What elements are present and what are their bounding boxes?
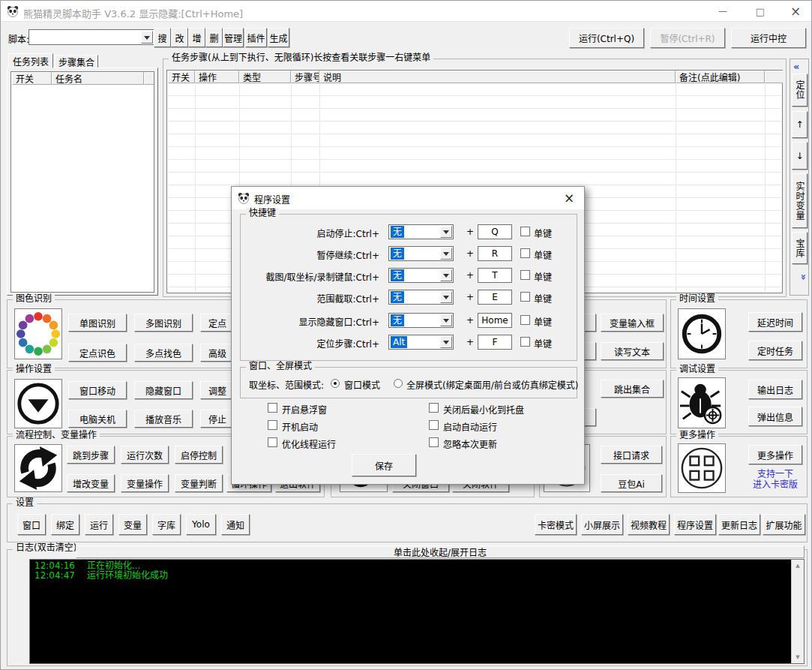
single-key-checkbox[interactable] bbox=[520, 315, 530, 325]
variable-judge-button[interactable]: 变量判断 bbox=[175, 474, 223, 492]
run-control-button[interactable]: 运行中控 bbox=[731, 28, 806, 48]
program-settings-button[interactable]: 程序设置 bbox=[674, 514, 716, 535]
search-button[interactable]: 搜 bbox=[154, 28, 171, 47]
single-key-checkbox[interactable] bbox=[520, 337, 530, 347]
api-request-button[interactable]: 接口请求 bbox=[601, 446, 662, 464]
realtime-vars-button[interactable]: 实时变量 bbox=[792, 173, 808, 228]
step-col-type[interactable]: 类型 bbox=[239, 71, 291, 83]
log-toggle-strip[interactable]: 单击此处收起/展开日志 bbox=[76, 545, 805, 558]
modifier-combo[interactable]: 无 bbox=[388, 268, 454, 283]
step-col-desc[interactable]: 说明 bbox=[319, 71, 676, 83]
pc-shutdown-button[interactable]: 电脑关机 bbox=[68, 410, 127, 428]
support-link-line1[interactable]: 支持一下 bbox=[745, 469, 805, 479]
maximize-icon[interactable]: □ bbox=[746, 1, 775, 22]
single-key-checkbox[interactable] bbox=[520, 248, 530, 258]
modifier-combo[interactable]: 无 bbox=[388, 290, 454, 305]
step-col-switch[interactable]: 开关 bbox=[168, 71, 195, 83]
doubao-ai-button[interactable]: 豆包Ai bbox=[601, 474, 662, 492]
close-icon[interactable]: × bbox=[781, 1, 811, 22]
modifier-combo[interactable]: 无 bbox=[388, 246, 454, 261]
minimize-to-tray-checkbox[interactable] bbox=[429, 403, 439, 413]
ignore-update-checkbox[interactable] bbox=[429, 437, 439, 447]
single-image-recognize-button[interactable]: 单图识别 bbox=[68, 314, 127, 332]
single-key-checkbox[interactable] bbox=[520, 270, 530, 280]
fullscreen-mode-radio[interactable] bbox=[394, 379, 403, 388]
combo-dropdown-icon[interactable] bbox=[440, 226, 452, 238]
combo-dropdown-icon[interactable] bbox=[440, 336, 452, 348]
modify-button[interactable]: 改 bbox=[171, 28, 188, 47]
output-log-button[interactable]: 输出日志 bbox=[748, 380, 802, 399]
card-mode-button[interactable]: 卡密模式 bbox=[535, 514, 577, 535]
delete-button[interactable]: 删 bbox=[205, 28, 223, 47]
floating-window-checkbox[interactable] bbox=[268, 403, 277, 413]
step-col-step-no[interactable]: 步骤号 bbox=[291, 71, 319, 83]
yolo-button[interactable]: Yolo bbox=[186, 514, 216, 535]
modifier-combo[interactable]: Alt bbox=[388, 335, 454, 350]
read-write-text-button[interactable]: 读写文本 bbox=[601, 342, 664, 360]
manage-button[interactable]: 管理 bbox=[223, 28, 244, 47]
delay-time-button[interactable]: 延迟时间 bbox=[748, 312, 802, 332]
optimize-thread-checkbox[interactable] bbox=[268, 437, 277, 447]
notify-button[interactable]: 通知 bbox=[221, 514, 250, 535]
log-box[interactable]: 12:04:16正在初始化... 12:04:47运行环境初始化成功 bbox=[29, 559, 805, 664]
dialog-close-icon[interactable]: × bbox=[559, 188, 580, 208]
popup-info-button[interactable]: 弹出信息 bbox=[748, 407, 802, 426]
support-link[interactable]: 支持一下 进入卡密版 bbox=[745, 469, 805, 490]
modifier-combo[interactable]: 无 bbox=[388, 224, 454, 239]
save-button[interactable]: 保存 bbox=[352, 454, 416, 476]
exit-set-button[interactable]: 跳出集合 bbox=[601, 380, 664, 398]
collapse-panel-icon[interactable]: « bbox=[793, 61, 807, 71]
key-field[interactable]: Q bbox=[478, 224, 512, 239]
add-button[interactable]: 增 bbox=[188, 28, 205, 47]
log-scrollbar[interactable] bbox=[791, 560, 804, 663]
move-down-button[interactable]: ↓ bbox=[792, 142, 808, 170]
scroll-down-icon[interactable] bbox=[792, 651, 804, 663]
combo-dropdown-icon[interactable] bbox=[440, 314, 452, 326]
support-link-line2[interactable]: 进入卡密版 bbox=[745, 479, 805, 490]
treasury-button[interactable]: 宝库 bbox=[792, 232, 808, 264]
more-actions-button[interactable]: 更多操作 bbox=[748, 445, 802, 464]
start-stop-control-button[interactable]: 启停控制 bbox=[175, 446, 223, 464]
combo-dropdown-icon[interactable] bbox=[440, 269, 452, 281]
play-music-button[interactable]: 播放音乐 bbox=[134, 410, 193, 428]
fixed-point-color-button[interactable]: 定点识色 bbox=[68, 344, 127, 362]
run-button[interactable]: 运行(Ctrl+Q) bbox=[569, 28, 644, 48]
window-mode-radio[interactable] bbox=[331, 379, 340, 388]
video-tutorial-button[interactable]: 视频教程 bbox=[628, 514, 670, 535]
plugin-button[interactable]: 插件 bbox=[245, 28, 267, 47]
step-col-action[interactable]: 操作 bbox=[195, 71, 239, 83]
scheduled-task-button[interactable]: 定时任务 bbox=[748, 341, 802, 360]
key-field[interactable]: F bbox=[478, 335, 512, 350]
auto-run-checkbox[interactable] bbox=[429, 420, 439, 430]
key-field[interactable]: Home bbox=[478, 313, 512, 328]
multi-image-recognize-button[interactable]: 多图识别 bbox=[134, 314, 193, 332]
key-field[interactable]: R bbox=[478, 246, 512, 261]
auto-start-checkbox[interactable] bbox=[268, 420, 277, 430]
variable-op-button[interactable]: 变量操作 bbox=[121, 474, 169, 492]
combo-dropdown-icon[interactable] bbox=[141, 31, 153, 44]
tab-task-list[interactable]: 任务列表 bbox=[8, 53, 53, 68]
combo-dropdown-icon[interactable] bbox=[440, 248, 452, 260]
combo-dropdown-icon[interactable] bbox=[440, 291, 452, 303]
hide-window-button[interactable]: 隐藏窗口 bbox=[134, 381, 193, 399]
key-field[interactable]: E bbox=[478, 290, 512, 305]
pause-button[interactable]: 暂停(Ctrl+R) bbox=[650, 28, 725, 48]
task-col-name[interactable]: 任务名 bbox=[52, 72, 144, 85]
font-lib-button[interactable]: 字库 bbox=[152, 514, 181, 535]
scroll-up-icon[interactable] bbox=[792, 560, 804, 572]
script-combobox[interactable] bbox=[28, 29, 154, 45]
multi-point-find-color-button[interactable]: 多点找色 bbox=[134, 344, 193, 362]
extensions-button[interactable]: 扩展功能 bbox=[763, 514, 805, 535]
step-col-note[interactable]: 备注(点此编辑) bbox=[676, 71, 765, 83]
minimize-icon[interactable]: — bbox=[709, 1, 737, 22]
generate-button[interactable]: 生成 bbox=[268, 28, 289, 47]
variable-input-box-button[interactable]: 变量输入框 bbox=[601, 314, 664, 332]
window-move-button[interactable]: 窗口移动 bbox=[68, 381, 127, 399]
small-screen-button[interactable]: 小屏展示 bbox=[581, 514, 623, 535]
log-group-title[interactable]: 日志(双击清空) bbox=[13, 542, 79, 554]
single-key-checkbox[interactable] bbox=[520, 227, 530, 236]
run-count-button[interactable]: 运行次数 bbox=[121, 446, 169, 464]
single-key-checkbox[interactable] bbox=[520, 292, 530, 302]
key-field[interactable]: T bbox=[478, 268, 512, 283]
edit-variable-button[interactable]: 增改变量 bbox=[67, 474, 115, 492]
